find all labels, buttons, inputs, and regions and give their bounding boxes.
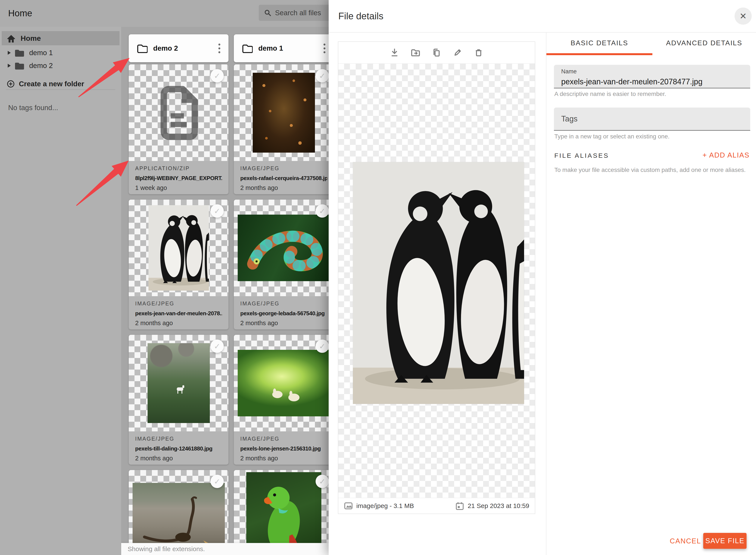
close-icon: ✕ (740, 11, 747, 21)
sidebar-item-label: demo 1 (29, 49, 53, 57)
copy-icon[interactable] (432, 48, 442, 57)
file-card-snake[interactable]: ✓ (129, 470, 228, 555)
name-field-value: pexels-jean-van-der-meulen-2078477.jpg (561, 77, 750, 86)
folder-card-demo1[interactable]: demo 1 (234, 34, 329, 62)
file-thumbnail: ✓ (129, 470, 228, 555)
sidebar-item-label: demo 2 (29, 61, 53, 70)
chameleon-photo (238, 215, 329, 281)
sidebar-divider (6, 89, 115, 90)
file-name: pexels-jean-van-der-meulen-2078... (135, 310, 222, 317)
file-type: IMAGE/JPEG (240, 165, 327, 171)
parrot-photo (246, 472, 321, 555)
file-name: 8lpl2f9lj-WEBINY_PAGE_EXPORT.zip (135, 175, 222, 181)
file-aliases-heading: FILE ALIASES (554, 152, 609, 159)
file-type: APPLICATION/ZIP (135, 165, 222, 171)
goat-photo (147, 343, 210, 423)
file-grid: demo 2 demo 1 ✓ APPLICATION/ZIP (121, 0, 329, 555)
page-title: Home (8, 8, 32, 18)
file-modified: 2 months ago (240, 184, 327, 191)
details-form: BASIC DETAILS ADVANCED DETAILS Name pexe… (546, 33, 756, 555)
file-thumbnail: ✓ (234, 335, 329, 431)
preview-infobar: image/jpeg - 3.1 MB 21 Sep 2023 at 10:59 (338, 498, 535, 514)
file-modified: 2 months ago (240, 455, 327, 462)
create-folder-label: Create a new folder (19, 80, 84, 88)
check-icon[interactable]: ✓ (211, 340, 224, 353)
file-thumbnail: ✓ (129, 200, 228, 296)
sidebar-item-home[interactable]: Home (2, 31, 120, 45)
create-folder-icon (6, 80, 15, 88)
tab-advanced-details[interactable]: ADVANCED DETAILS (652, 33, 756, 53)
delete-icon[interactable] (474, 48, 484, 57)
status-bar: Showing all file extensions. (121, 543, 329, 555)
status-text: Showing all file extensions. (128, 545, 205, 553)
name-field-help: A descriptive name is easier to remember… (554, 91, 666, 97)
add-alias-button[interactable]: + ADD ALIAS (703, 151, 750, 159)
sidebar-item-demo2[interactable]: demo 2 (0, 59, 53, 72)
caret-right-icon[interactable] (8, 64, 11, 68)
caret-right-icon[interactable] (8, 51, 11, 55)
sidebar-item-demo1[interactable]: demo 1 (0, 47, 53, 59)
folder-name: demo 1 (258, 44, 316, 52)
file-card-zip[interactable]: ✓ APPLICATION/ZIP 8lpl2f9lj-WEBINY_PAGE_… (129, 65, 228, 194)
check-icon[interactable]: ✓ (316, 204, 329, 218)
cancel-button[interactable]: CANCEL (667, 536, 704, 547)
file-name: pexels-till-daling-12461880.jpg (135, 445, 222, 452)
calendar-icon (455, 501, 464, 510)
move-to-folder-icon[interactable] (411, 48, 420, 57)
file-thumbnail: ✓ (234, 65, 329, 161)
penguins-photo (148, 205, 209, 291)
tags-field-help: Type in a new tag or select an existing … (554, 133, 670, 140)
file-card-penguins[interactable]: ✓ IMAGE/JPEG pexels-jean-van-der-meulen-… (129, 200, 228, 330)
file-thumbnail: ✓ (234, 470, 329, 555)
file-type: IMAGE/JPEG (240, 300, 327, 307)
file-card-moths[interactable]: ✓ IMAGE/JPEG pexels-rafael-cerqueira-473… (234, 65, 329, 194)
check-icon[interactable]: ✓ (211, 69, 224, 82)
tab-basic-details[interactable]: BASIC DETAILS (546, 33, 652, 53)
check-icon[interactable]: ✓ (316, 340, 329, 353)
file-card-rabbits[interactable]: ✓ IMAGE/JPEG pexels-lone-jensen-2156310.… (234, 335, 329, 465)
active-tab-indicator (546, 53, 652, 55)
file-modified: 2 months ago (135, 455, 222, 462)
file-card-chameleon[interactable]: ✓ IMAGE/JPEG pexels-george-lebada-567540… (234, 200, 329, 330)
file-details-drawer: File details ✕ (329, 0, 756, 555)
edit-icon[interactable] (453, 48, 462, 57)
file-type: IMAGE/JPEG (240, 436, 327, 442)
check-icon[interactable]: ✓ (316, 69, 329, 82)
folder-icon (14, 48, 25, 57)
file-card-goat[interactable]: ✓ IMAGE/JPEG pexels-till-daling-12461880… (129, 335, 228, 465)
file-card-parrot[interactable]: ✓ (234, 470, 329, 555)
file-modified: 2 months ago (135, 319, 222, 327)
file-size-text: image/jpeg - 3.1 MB (356, 502, 414, 510)
tags-field[interactable]: Tags (554, 108, 750, 131)
moths-photo (253, 73, 315, 153)
kebab-menu-icon[interactable] (217, 42, 222, 55)
file-name: pexels-george-lebada-567540.jpg (240, 310, 327, 317)
file-thumbnail: ✓ (129, 65, 228, 161)
name-field[interactable]: Name pexels-jean-van-der-meulen-2078477.… (554, 65, 750, 88)
sidebar: Home demo 1 demo 2 Create a new folder N… (0, 27, 121, 555)
download-icon[interactable] (390, 48, 399, 57)
file-thumbnail: ✓ (234, 200, 329, 296)
file-manager-app: Home Search all files Home demo 1 (0, 0, 756, 555)
create-folder-button[interactable]: Create a new folder (6, 80, 84, 88)
rabbits-photo (238, 350, 329, 416)
folder-icon (241, 44, 253, 53)
folder-name: demo 2 (153, 44, 211, 52)
kebab-menu-icon[interactable] (322, 42, 327, 55)
close-button[interactable]: ✕ (735, 7, 752, 25)
home-icon (6, 34, 16, 43)
tags-placeholder: Tags (561, 114, 578, 123)
file-name: pexels-lone-jensen-2156310.jpg (240, 445, 327, 452)
penguins-preview-image (353, 162, 524, 404)
check-icon[interactable]: ✓ (316, 475, 329, 488)
preview-stage (338, 64, 535, 498)
file-modified: 1 week ago (135, 184, 222, 191)
file-name: pexels-rafael-cerqueira-4737508.jpg (240, 175, 327, 181)
check-icon[interactable]: ✓ (211, 475, 224, 488)
folder-card-demo2[interactable]: demo 2 (129, 34, 228, 62)
aliases-help: To make your file accessible via custom … (554, 167, 746, 173)
drawer-title: File details (338, 11, 383, 22)
image-icon (344, 501, 353, 510)
check-icon[interactable]: ✓ (211, 204, 224, 218)
save-file-button[interactable]: SAVE FILE (703, 533, 747, 549)
